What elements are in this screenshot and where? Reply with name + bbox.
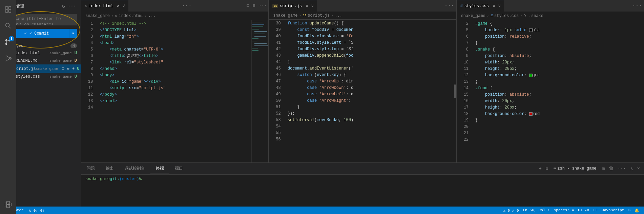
svg-rect-2 — [5, 10, 8, 12]
activity-bar: 3 — [0, 0, 16, 214]
stage-script-icon[interactable]: + — [71, 66, 76, 72]
editor3-breadcrumb: snake_game › # styles.css › ❯ .snake — [457, 12, 644, 20]
html-tab-icon: ◇ — [85, 4, 87, 8]
tab-debug-console[interactable]: 调试控制台 — [119, 163, 150, 174]
file-status-d: D — [75, 58, 77, 63]
panel-right-actions: + ⊟ ⌨ zsh - snake_game ⊞ 🗑 ··· ∧ — [537, 163, 644, 174]
editor1-code[interactable]: <!-- index.html --> <!DOCTYPE html> <htm… — [97, 20, 251, 162]
editor2-breadcrumb: snake_game › JS script.js › ... — [269, 12, 456, 20]
svg-point-6 — [6, 40, 7, 41]
editor3-more-button[interactable]: ··· — [630, 0, 644, 12]
bottom-panel: 问题 输出 调试控制台 终端 端 — [81, 162, 644, 207]
more-panel-icon[interactable]: ··· — [616, 164, 627, 173]
editor2-line-numbers: 3039404142 4344454647 4849505152 5354555… — [269, 20, 285, 162]
svg-point-8 — [6, 43, 7, 45]
svg-rect-25 — [254, 45, 268, 46]
source-control-icon[interactable]: 3 — [0, 34, 16, 50]
svg-marker-9 — [6, 56, 11, 61]
split-editor-icon[interactable]: ⊡ — [245, 2, 251, 10]
svg-rect-3 — [8, 10, 11, 12]
editor1-breadcrumb: snake_game › ◇ index.html › ... — [81, 12, 268, 20]
run-debug-icon[interactable] — [0, 50, 16, 66]
sync-status[interactable]: ↻ 0↓ 0↑ — [27, 207, 47, 214]
js-tab-icon: JS — [272, 4, 278, 8]
editor2-tab-bar: JS script.js × U ··· — [269, 0, 456, 12]
svg-rect-17 — [252, 26, 263, 27]
css-status: U — [75, 74, 77, 79]
editor1-more-icon[interactable]: ··· — [257, 2, 268, 10]
editor1-more-button[interactable]: ··· — [180, 0, 194, 12]
discard-script-icon[interactable]: ↺ — [66, 65, 70, 72]
encoding-status[interactable]: UTF-8 — [576, 208, 591, 212]
spaces-status[interactable]: Spaces: 4 — [552, 208, 576, 212]
status-bar-right: ⚠ 0 △ 0 Ln 56, Col 1 Spaces: 4 UTF-8 LF — [501, 208, 641, 213]
tab-output[interactable]: 输出 — [100, 163, 119, 174]
close-script-tab-icon[interactable]: × — [306, 3, 308, 9]
svg-rect-22 — [252, 38, 258, 39]
terminal-content[interactable]: snake-game git: (master) % — [81, 175, 644, 207]
svg-rect-26 — [252, 48, 258, 48]
editor-panel-1: ◇ index.html × U ··· ⊡ ⊞ ··· — [81, 0, 269, 162]
editor2-scrollbar[interactable] — [454, 20, 456, 162]
search-icon[interactable] — [0, 18, 16, 34]
open-changes-script-icon[interactable]: ⊡ — [61, 65, 65, 72]
editor3-tab-bar: # styles.css × U ··· — [457, 0, 644, 12]
modified-dot: U — [123, 4, 125, 8]
svg-line-5 — [9, 26, 11, 28]
extensions-icon[interactable] — [0, 198, 16, 214]
changes-count: 4 — [70, 43, 77, 48]
line-col-status[interactable]: Ln 56, Col 1 — [521, 208, 552, 212]
editor2-code[interactable]: function updateGame() { const foodDiv = … — [285, 20, 454, 162]
tab-terminal[interactable]: 终端 — [150, 163, 169, 174]
editor-panel-2: JS script.js × U ··· snake_game › J — [269, 0, 456, 162]
close-tab-icon[interactable]: × — [117, 3, 120, 9]
svg-rect-16 — [252, 24, 264, 25]
explorer-icon[interactable] — [0, 1, 16, 18]
delete-terminal-icon[interactable]: 🗑 — [607, 164, 615, 173]
editor1-tab-actions: ⊡ ⊞ ··· — [245, 0, 268, 12]
close-panel-icon[interactable]: × — [636, 164, 641, 173]
editor3-code[interactable]: #game { border: 1px solid bla position: … — [473, 20, 644, 162]
svg-rect-0 — [5, 7, 8, 9]
svg-rect-24 — [254, 43, 267, 44]
editor2-content[interactable]: 3039404142 4344454647 4849505152 5354555… — [269, 20, 456, 162]
editor1-minimap — [251, 20, 268, 162]
refresh-icon[interactable]: ↻ — [61, 3, 65, 10]
notifications-icon[interactable]: 🔔 — [632, 208, 641, 213]
svg-rect-19 — [254, 31, 267, 32]
css-tab-icon: # — [460, 4, 463, 8]
checkmark-icon: ✓ — [24, 31, 27, 36]
commit-dropdown-button[interactable]: ▾ — [69, 29, 77, 38]
editor1-tab-bar: ◇ index.html × U ··· ⊡ ⊞ ··· — [81, 0, 268, 12]
changes-label: Changes — [7, 44, 70, 48]
maximize-panel-icon[interactable]: ∧ — [629, 164, 634, 173]
close-css-tab-icon[interactable]: × — [493, 3, 495, 9]
layout-toggle-icon[interactable]: ⊞ — [601, 164, 606, 173]
script-status: U — [77, 66, 79, 71]
feedback-icon[interactable]: ☺ — [626, 208, 632, 212]
editor3-line-numbers: 25678 910111213 1415161718 19202122 — [457, 20, 473, 162]
file-status-u: U — [75, 51, 77, 56]
language-status[interactable]: JavaScript — [600, 208, 626, 212]
terminal-name: ⌨ zsh - snake_game — [551, 166, 599, 171]
errors-status[interactable]: ⚠ 0 △ 0 — [501, 208, 521, 213]
svg-rect-20 — [254, 34, 265, 34]
svg-rect-15 — [252, 22, 263, 22]
tab-index-html[interactable]: ◇ index.html × U — [81, 0, 128, 12]
eol-status[interactable]: LF — [591, 208, 600, 212]
more-actions-icon[interactable]: ··· — [67, 3, 77, 10]
tab-problems[interactable]: 问题 — [81, 163, 100, 174]
layout-icon[interactable]: ⊞ — [251, 2, 257, 10]
panel-tab-bar: 问题 输出 调试控制台 终端 端 — [81, 163, 644, 175]
editor2-more-button[interactable]: ··· — [442, 0, 456, 12]
editor1-content[interactable]: 12345 678910 11121314 <!-- index.html --… — [81, 20, 268, 162]
tab-script-js[interactable]: JS script.js × U — [269, 0, 317, 12]
split-terminal-icon[interactable]: ⊟ — [544, 165, 549, 173]
tab-styles-css[interactable]: # styles.css × U — [457, 0, 504, 12]
terminal-shell-icon: ⌨ — [554, 166, 556, 171]
tab-ports[interactable]: 端口 — [169, 163, 188, 174]
svg-rect-21 — [254, 36, 266, 37]
svg-rect-18 — [252, 29, 259, 30]
editor3-content[interactable]: 25678 910111213 1415161718 19202122 #gam… — [457, 20, 644, 162]
new-terminal-icon[interactable]: + — [537, 164, 543, 173]
